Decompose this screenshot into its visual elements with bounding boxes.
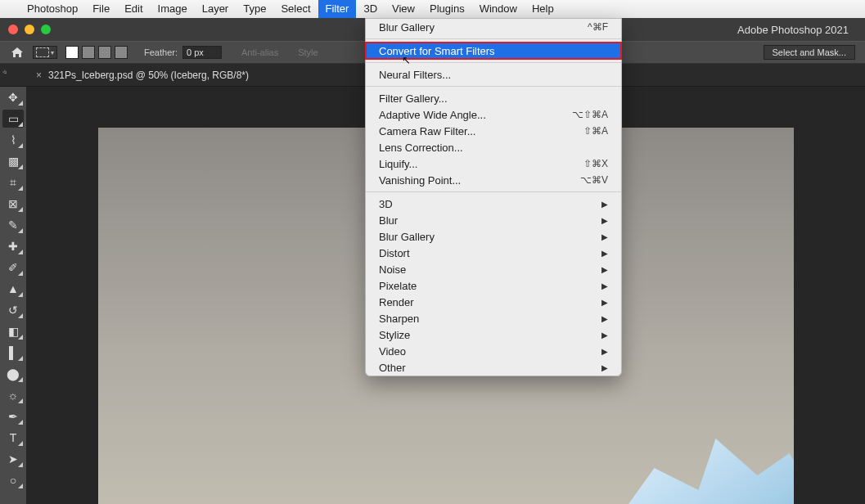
menu-item-stylize[interactable]: Stylize▶ [366, 326, 621, 343]
menu-type[interactable]: Type [236, 0, 273, 18]
menu-item-filter-gallery[interactable]: Filter Gallery... [366, 90, 621, 106]
menu-item-shortcut: ^⌘F [588, 21, 608, 33]
clone-stamp-tool[interactable]: ▲ [2, 280, 24, 298]
menu-item-camera-raw[interactable]: Camera Raw Filter... ⇧⌘A [366, 123, 621, 139]
eraser-tool[interactable]: ◧ [2, 322, 24, 340]
crop-tool[interactable]: ⌗ [2, 173, 24, 191]
home-icon[interactable] [7, 44, 28, 61]
menu-item-distort[interactable]: Distort▶ [366, 245, 621, 261]
filter-menu-dropdown: Blur Gallery ^⌘F Convert for Smart Filte… [365, 18, 622, 376]
tool-preset-picker[interactable]: ▾ [33, 46, 57, 59]
menu-file[interactable]: File [85, 0, 117, 18]
menu-item-lens-correction[interactable]: Lens Correction... [366, 139, 621, 155]
submenu-arrow-icon: ▶ [601, 298, 608, 307]
submenu-arrow-icon: ▶ [601, 200, 608, 209]
menu-item-label: 3D [379, 198, 393, 210]
gradient-tool[interactable]: ▌ [2, 344, 24, 362]
menu-item-label: Vanishing Point... [379, 174, 461, 187]
menu-separator [366, 86, 621, 87]
history-brush-tool[interactable]: ↺ [2, 301, 24, 319]
menu-help[interactable]: Help [525, 0, 561, 18]
marquee-icon [36, 47, 49, 57]
healing-brush-tool[interactable]: ✚ [2, 237, 24, 255]
menu-3d[interactable]: 3D [356, 0, 385, 18]
menu-item-label: Convert for Smart Filters [379, 45, 495, 57]
object-select-tool[interactable]: ▩ [2, 152, 24, 170]
document-tab-label: 321Ps_Iceberg.psd @ 50% (Iceberg, RGB/8*… [48, 70, 249, 81]
menu-item-neural-filters[interactable]: Neural Filters... [366, 66, 621, 83]
pen-tool[interactable]: ✒ [2, 407, 24, 425]
minimize-window-icon[interactable] [25, 25, 34, 34]
frame-tool[interactable]: ⊠ [2, 195, 24, 213]
menu-edit[interactable]: Edit [117, 0, 150, 18]
menu-item-convert-smart-filters[interactable]: Convert for Smart Filters ↖ [366, 43, 621, 59]
type-tool[interactable]: T [2, 429, 24, 447]
menu-item-other[interactable]: Other▶ [366, 359, 621, 376]
intersect-selection-icon[interactable] [115, 46, 128, 59]
brush-tool[interactable]: ✐ [2, 259, 24, 277]
menu-item-label: Blur Gallery [379, 231, 435, 243]
menu-item-shortcut: ⇧⌘A [583, 125, 608, 137]
menu-item-3d[interactable]: 3D▶ [366, 196, 621, 212]
marquee-tool[interactable]: ▭ [2, 110, 24, 128]
menu-item-noise[interactable]: Noise▶ [366, 261, 621, 277]
select-and-mask-button[interactable]: Select and Mask... [764, 45, 856, 60]
zoom-window-icon[interactable] [41, 25, 51, 34]
add-selection-icon[interactable] [82, 46, 95, 59]
chevron-down-icon: ▾ [51, 49, 54, 56]
menu-item-label: Liquify... [379, 158, 417, 170]
eyedropper-tool[interactable]: ✎ [2, 216, 24, 234]
tools-panel: ✥▭⌇▩⌗⊠✎✚✐▲↺◧▌⬤☼✒T➤○ [0, 87, 26, 504]
app-title: Adobe Photoshop 2021 [737, 24, 849, 36]
menu-item-blur[interactable]: Blur▶ [366, 212, 621, 228]
menu-item-adaptive-wide-angle[interactable]: Adaptive Wide Angle... ⌥⇧⌘A [366, 106, 621, 123]
menu-plugins[interactable]: Plugins [422, 0, 472, 18]
menu-item-label: Other [379, 362, 406, 374]
menu-item-blur-gallery[interactable]: Blur Gallery▶ [366, 228, 621, 245]
menu-separator [366, 38, 621, 39]
move-tool[interactable]: ✥ [2, 88, 24, 106]
menu-item-label: Blur Gallery [379, 21, 435, 34]
menu-filter[interactable]: Filter [318, 0, 357, 18]
close-tab-icon[interactable]: × [36, 70, 42, 81]
menu-view[interactable]: View [385, 0, 422, 18]
style-label: Style [298, 47, 318, 57]
menu-item-pixelate[interactable]: Pixelate▶ [366, 277, 621, 294]
submenu-arrow-icon: ▶ [601, 216, 608, 225]
subtract-selection-icon[interactable] [98, 46, 111, 59]
document-tab[interactable]: × 321Ps_Iceberg.psd @ 50% (Iceberg, RGB/… [28, 66, 257, 84]
menu-photoshop[interactable]: Photoshop [20, 0, 85, 18]
blur-tool[interactable]: ⬤ [2, 365, 24, 383]
feather-label: Feather: [144, 47, 178, 57]
menu-item-label: Stylize [379, 329, 410, 341]
menu-image[interactable]: Image [151, 0, 195, 18]
menu-item-vanishing-point[interactable]: Vanishing Point... ⌥⌘V [366, 172, 621, 188]
traffic-lights [0, 25, 59, 34]
menu-item-sharpen[interactable]: Sharpen▶ [366, 310, 621, 326]
menu-item-shortcut: ⌥⇧⌘A [572, 109, 608, 120]
menu-item-label: Sharpen [379, 313, 419, 325]
dodge-tool[interactable]: ☼ [2, 386, 24, 404]
submenu-arrow-icon: ▶ [601, 347, 608, 356]
menu-item-video[interactable]: Video▶ [366, 343, 621, 359]
menu-item-last-filter[interactable]: Blur Gallery ^⌘F [366, 19, 621, 35]
mac-menubar: Photoshop File Edit Image Layer Type Sel… [0, 0, 865, 18]
selection-mode-group [62, 46, 131, 59]
close-window-icon[interactable] [8, 25, 18, 34]
submenu-arrow-icon: ▶ [601, 314, 608, 323]
feather-input[interactable] [182, 46, 222, 59]
shape-tool[interactable]: ○ [2, 471, 24, 489]
expand-panels-icon[interactable]: » [1, 67, 11, 77]
menu-item-liquify[interactable]: Liquify... ⇧⌘X [366, 155, 621, 172]
menu-select[interactable]: Select [273, 0, 318, 18]
path-select-tool[interactable]: ➤ [2, 450, 24, 468]
submenu-arrow-icon: ▶ [601, 363, 608, 372]
submenu-arrow-icon: ▶ [601, 265, 608, 274]
new-selection-icon[interactable] [65, 46, 79, 59]
menu-window[interactable]: Window [472, 0, 525, 18]
lasso-tool[interactable]: ⌇ [2, 131, 24, 149]
submenu-arrow-icon: ▶ [601, 249, 608, 258]
menu-layer[interactable]: Layer [195, 0, 237, 18]
menu-item-shortcut: ⇧⌘X [583, 158, 608, 169]
menu-item-render[interactable]: Render▶ [366, 294, 621, 310]
